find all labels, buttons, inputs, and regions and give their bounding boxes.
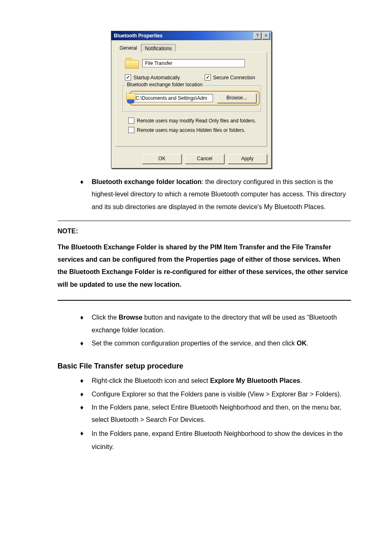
step-text: . <box>307 340 308 347</box>
tab-general[interactable]: General <box>115 44 141 52</box>
step-text: In the Folders pane, expand Entire Bluet… <box>92 430 343 437</box>
startup-automatically-checkbox[interactable]: ✓ Startup Automatically <box>125 74 180 81</box>
bullet1-lead: Bluetooth exchange folder location <box>92 178 202 185</box>
cancel-button[interactable]: Cancel <box>185 154 224 164</box>
bullet-icon: ♦ <box>80 375 92 387</box>
checkbox-unchecked-icon <box>128 127 134 133</box>
apply-button[interactable]: Apply <box>228 154 267 164</box>
help-icon[interactable]: ? <box>254 32 261 39</box>
step-text: In the Folders pane, select Entire Bluet… <box>92 401 351 426</box>
list-item: ♦ Right-click the Bluetooth icon and sel… <box>80 375 351 387</box>
checkbox-checked-icon: ✓ <box>125 74 131 81</box>
list-item: ♦ Click the Browse button and navigate t… <box>80 311 351 336</box>
tab-notifications[interactable]: Notifications <box>141 44 176 53</box>
step-text: vicinity. <box>92 443 114 451</box>
list-item: ♦ Set the common configuration propertie… <box>80 337 351 350</box>
highlight-annotation: Browse... <box>129 91 260 106</box>
step-text: Set the common configuration properties … <box>92 340 297 347</box>
perm-modify-label: Remote users may modify Read Only files … <box>137 118 256 124</box>
dialog-titlebar[interactable]: Bluetooth Properties ? × <box>111 31 271 40</box>
step-bold: Explore My Bluetooth Places <box>210 377 300 384</box>
browse-button[interactable]: Browse... <box>217 93 256 103</box>
step-text: . <box>300 377 302 384</box>
bullet-icon: ♦ <box>80 311 92 336</box>
checkbox-unchecked-icon <box>128 117 134 124</box>
service-name-field[interactable] <box>142 59 245 67</box>
list-item: ♦ Configure Explorer so that the Folders… <box>80 388 351 401</box>
step-text: Right-click the Bluetooth icon and selec… <box>92 377 210 384</box>
perm-hidden-label: Remote users may access Hidden files or … <box>137 127 245 133</box>
bullet-icon: ♦ <box>80 427 92 454</box>
note-block: NOTE: The Bluetooth Exchange Folder is s… <box>58 221 351 301</box>
secure-label: Secure Connection <box>213 75 255 81</box>
note-heading: NOTE: <box>58 225 351 237</box>
step-text: Click the <box>92 314 119 321</box>
startup-label: Startup Automatically <box>134 75 180 81</box>
groupbox-legend: Bluetooth exchange folder location <box>125 82 204 88</box>
list-item: ♦ In the Folders pane, select Entire Blu… <box>80 401 351 426</box>
note-body: The Bluetooth Exchange Folder is shared … <box>58 241 351 291</box>
secure-connection-checkbox[interactable]: ✓ Secure Connection <box>205 74 255 81</box>
exchange-folder-groupbox: Bluetooth exchange folder location Brows… <box>122 85 261 112</box>
bullet-icon: ♦ <box>80 176 92 213</box>
section-title-basic-setup: Basic File Transfer setup procedure <box>58 362 351 371</box>
folder-icon <box>125 58 139 69</box>
tabstrip: General Notifications <box>115 43 267 52</box>
bullet-icon: ♦ <box>80 337 92 350</box>
service-name-input[interactable] <box>144 60 244 67</box>
dialog-body: General Notifications ✓ Startup Automati… <box>111 40 271 150</box>
step-text: Configure Explorer so that the Folders p… <box>92 388 351 401</box>
exchange-folder-path-field[interactable] <box>133 94 213 102</box>
ok-button[interactable]: OK <box>142 154 182 164</box>
exchange-folder-description-list: ♦ Bluetooth exchange folder location: th… <box>80 176 351 213</box>
bullet-icon: ♦ <box>80 401 92 426</box>
bullet-icon: ♦ <box>80 388 92 401</box>
step-bold: Browse <box>119 314 143 321</box>
step-bold: OK <box>297 340 307 347</box>
basic-setup-steps-list: ♦ Right-click the Bluetooth icon and sel… <box>80 375 351 454</box>
dialog-title: Bluetooth Properties <box>114 33 253 39</box>
modify-readonly-checkbox[interactable]: Remote users may modify Read Only files … <box>128 117 262 124</box>
post-note-steps-list: ♦ Click the Browse button and navigate t… <box>80 311 351 350</box>
exchange-folder-path-input[interactable] <box>135 95 212 101</box>
dialog-button-row: OK Cancel Apply <box>111 150 271 168</box>
access-hidden-checkbox[interactable]: Remote users may access Hidden files or … <box>128 127 262 133</box>
bluetooth-properties-dialog: Bluetooth Properties ? × General Notific… <box>111 31 272 168</box>
close-icon[interactable]: × <box>262 32 270 39</box>
list-item: ♦ In the Folders pane, expand Entire Blu… <box>80 427 351 454</box>
tab-panel-general: ✓ Startup Automatically ✓ Secure Connect… <box>115 52 267 147</box>
checkbox-checked-icon: ✓ <box>205 74 211 81</box>
list-item: ♦ Bluetooth exchange folder location: th… <box>80 176 351 213</box>
